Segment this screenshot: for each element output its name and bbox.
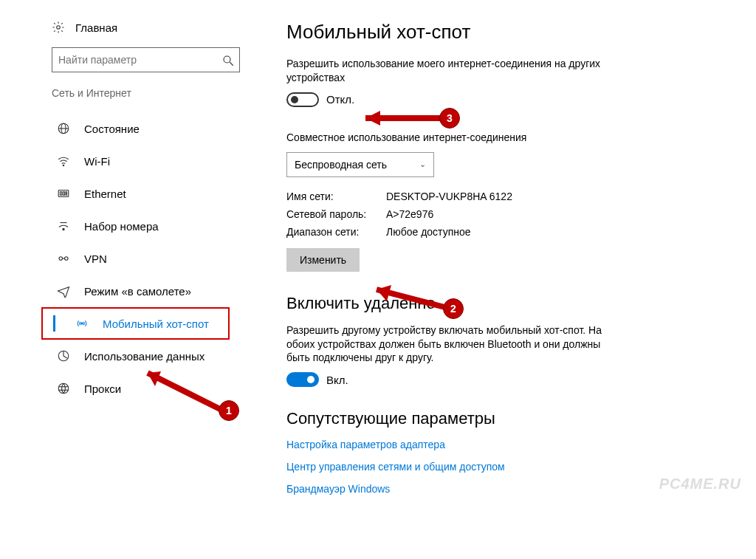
svg-point-14 xyxy=(65,257,69,261)
gear-icon xyxy=(52,21,65,34)
network-name-value: DESKTOP-VUKP8HA 6122 xyxy=(386,191,512,202)
sidebar-item-status[interactable]: Состояние xyxy=(52,112,251,145)
dialup-icon xyxy=(56,219,71,233)
svg-rect-8 xyxy=(61,192,62,196)
hotspot-icon xyxy=(75,316,89,331)
annotation-badge-3: 3 xyxy=(439,108,460,128)
vpn-icon xyxy=(56,251,71,266)
search-icon xyxy=(221,54,233,66)
hotspot-toggle[interactable] xyxy=(286,92,319,107)
sidebar-item-proxy[interactable]: Прокси xyxy=(52,372,251,405)
remote-title: Включить удаленно xyxy=(286,294,726,313)
network-info: Имя сети: DESKTOP-VUKP8HA 6122 Сетевой п… xyxy=(286,191,726,238)
settings-sidebar: Главная Сеть и Интернет Состояние Wi-Fi xyxy=(0,21,251,505)
sidebar-item-label: Wi-Fi xyxy=(84,155,110,168)
wifi-icon xyxy=(56,154,71,168)
svg-point-11 xyxy=(63,228,64,230)
connection-dropdown[interactable]: Беспроводная сеть ⌄ xyxy=(286,152,434,177)
network-password-value: A>72e976 xyxy=(386,208,433,220)
share-from-label: Совместное использование интернет-соедин… xyxy=(286,131,604,145)
remote-description: Разрешить другому устройству включать мо… xyxy=(286,323,604,366)
hotspot-toggle-label: Откл. xyxy=(326,93,354,106)
sidebar-section-label: Сеть и Интернет xyxy=(52,87,251,99)
airplane-icon xyxy=(56,284,71,298)
annotation-badge-1: 1 xyxy=(219,400,239,421)
svg-point-6 xyxy=(63,165,64,166)
svg-rect-10 xyxy=(66,192,67,196)
svg-point-0 xyxy=(57,26,61,30)
sidebar-item-airplane[interactable]: Режим «в самолете» xyxy=(52,275,251,307)
proxy-icon xyxy=(56,381,71,396)
sidebar-item-label: Ethernet xyxy=(84,188,126,200)
network-band-key: Диапазон сети: xyxy=(286,226,386,238)
related-title: Сопутствующие параметры xyxy=(286,409,726,428)
data-usage-icon xyxy=(56,349,71,363)
edit-button[interactable]: Изменить xyxy=(286,248,360,272)
home-nav[interactable]: Главная xyxy=(52,21,251,34)
home-label: Главная xyxy=(75,21,117,34)
sidebar-item-hotspot[interactable]: Мобильный хот-спот xyxy=(49,309,228,338)
sidebar-item-label: Использование данных xyxy=(84,350,205,363)
network-band-value: Любое доступное xyxy=(386,226,471,238)
sidebar-item-hotspot-highlight: Мобильный хот-спот xyxy=(41,307,230,340)
watermark: PC4ME.RU xyxy=(659,476,741,493)
sidebar-item-wifi[interactable]: Wi-Fi xyxy=(52,145,251,177)
sidebar-item-label: Набор номера xyxy=(84,220,159,233)
dropdown-value: Беспроводная сеть xyxy=(295,159,387,171)
selection-indicator xyxy=(53,315,55,332)
globe-icon xyxy=(56,121,71,136)
chevron-down-icon: ⌄ xyxy=(419,160,426,169)
sidebar-item-datausage[interactable]: Использование данных xyxy=(52,340,251,372)
network-name-key: Имя сети: xyxy=(286,191,386,202)
sidebar-item-label: VPN xyxy=(84,253,107,265)
sidebar-item-vpn[interactable]: VPN xyxy=(52,242,251,275)
search-input-container[interactable] xyxy=(52,47,240,72)
svg-point-1 xyxy=(224,56,230,63)
sidebar-item-label: Мобильный хот-спот xyxy=(103,318,209,330)
settings-main: Мобильный хот-спот Разрешить использован… xyxy=(251,21,756,505)
page-title: Мобильный хот-спот xyxy=(286,21,726,44)
svg-point-13 xyxy=(59,257,63,261)
link-adapter-settings[interactable]: Настройка параметров адаптера xyxy=(286,439,726,450)
remote-toggle[interactable] xyxy=(286,372,319,387)
svg-line-2 xyxy=(230,62,233,66)
search-input[interactable] xyxy=(58,54,221,66)
sidebar-item-label: Состояние xyxy=(84,123,140,135)
svg-point-18 xyxy=(58,383,69,394)
sidebar-item-ethernet[interactable]: Ethernet xyxy=(52,177,251,210)
ethernet-icon xyxy=(56,186,71,201)
link-network-center[interactable]: Центр управления сетями и общим доступом xyxy=(286,461,726,473)
remote-toggle-label: Вкл. xyxy=(326,374,348,386)
sidebar-item-dialup[interactable]: Набор номера xyxy=(52,210,251,242)
share-description: Разрешить использование моего интернет-с… xyxy=(286,57,604,85)
sidebar-item-label: Режим «в самолете» xyxy=(84,285,191,298)
network-password-key: Сетевой пароль: xyxy=(286,208,386,220)
annotation-badge-2: 2 xyxy=(443,298,464,319)
svg-rect-9 xyxy=(63,192,64,196)
svg-point-16 xyxy=(81,323,83,324)
sidebar-item-label: Прокси xyxy=(84,383,121,395)
